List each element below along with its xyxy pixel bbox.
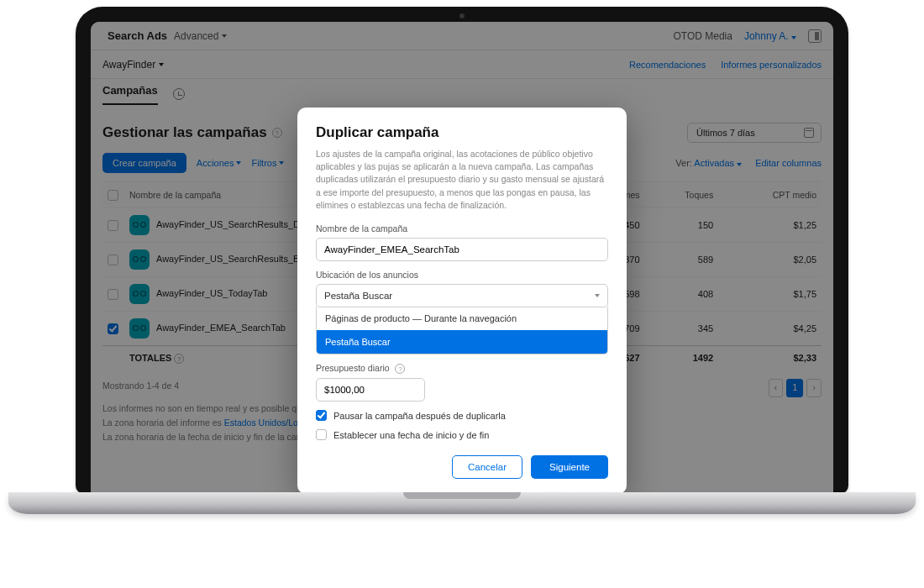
next-button[interactable]: Siguiente: [531, 455, 608, 479]
modal-title: Duplicar campaña: [316, 124, 608, 141]
placement-option-search-tab[interactable]: Pestaña Buscar: [317, 330, 607, 354]
placement-option-product-pages[interactable]: Páginas de producto — Durante la navegac…: [317, 307, 607, 330]
cancel-button[interactable]: Cancelar: [452, 455, 522, 479]
set-dates-row[interactable]: Establecer una fecha de inicio y de fin: [316, 429, 608, 440]
campaign-name-input[interactable]: [316, 238, 608, 261]
daily-budget-input[interactable]: [316, 378, 425, 402]
pause-checkbox[interactable]: [316, 410, 327, 421]
pause-after-duplicate-row[interactable]: Pausar la campaña después de duplicarla: [316, 410, 608, 421]
modal-description: Los ajustes de la campaña original, las …: [316, 148, 608, 212]
duplicate-campaign-modal: Duplicar campaña Los ajustes de la campa…: [297, 108, 627, 494]
set-dates-checkbox[interactable]: [316, 429, 327, 440]
chevron-down-icon: [595, 294, 600, 297]
campaign-name-label: Nombre de la campaña: [316, 223, 608, 234]
help-icon[interactable]: ?: [395, 364, 405, 374]
app-screen: Search Ads Advanced OTOD Media Johnny A.…: [91, 22, 833, 494]
laptop-base: [8, 492, 916, 514]
placement-dropdown: Páginas de producto — Durante la navegac…: [316, 307, 608, 354]
daily-budget-label: Presupuesto diario ?: [316, 363, 608, 374]
modal-footer: Cancelar Siguiente: [316, 455, 608, 479]
placement-label: Ubicación de los anuncios: [316, 270, 608, 280]
placement-select[interactable]: Pestaña Buscar: [316, 284, 608, 307]
